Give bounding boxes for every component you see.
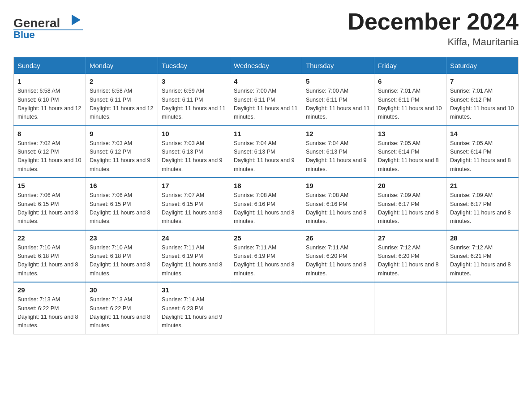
day-info: Sunrise: 7:11 AMSunset: 6:19 PMDaylight:…	[162, 244, 223, 277]
day-number: 25	[234, 234, 298, 242]
day-number: 10	[162, 130, 226, 137]
day-info: Sunrise: 7:06 AMSunset: 6:15 PMDaylight:…	[17, 192, 78, 224]
calendar-table: SundayMondayTuesdayWednesdayThursdayFrid…	[13, 57, 519, 334]
day-info: Sunrise: 7:09 AMSunset: 6:17 PMDaylight:…	[378, 192, 439, 224]
day-cell-18: 18 Sunrise: 7:08 AMSunset: 6:16 PMDaylig…	[230, 178, 302, 230]
day-number: 5	[306, 77, 370, 85]
day-number: 19	[306, 182, 370, 189]
day-number: 6	[378, 77, 442, 85]
day-info: Sunrise: 7:05 AMSunset: 6:14 PMDaylight:…	[450, 140, 511, 172]
day-number: 11	[234, 130, 298, 137]
location-label: Kiffa, Mauritania	[348, 36, 519, 48]
day-info: Sunrise: 7:03 AMSunset: 6:13 PMDaylight:…	[162, 140, 223, 172]
weekday-header-sunday: Sunday	[14, 57, 86, 74]
day-number: 23	[90, 234, 154, 242]
day-number: 24	[162, 234, 226, 242]
day-cell-2: 2 Sunrise: 6:58 AMSunset: 6:11 PMDayligh…	[86, 74, 158, 126]
day-number: 22	[17, 234, 82, 242]
day-cell-29: 29 Sunrise: 7:13 AMSunset: 6:22 PMDaylig…	[14, 282, 86, 334]
day-number: 14	[450, 130, 515, 137]
logo: General Blue	[13, 9, 85, 40]
day-cell-3: 3 Sunrise: 6:59 AMSunset: 6:11 PMDayligh…	[158, 74, 230, 126]
day-number: 29	[17, 286, 82, 294]
day-info: Sunrise: 6:58 AMSunset: 6:10 PMDaylight:…	[17, 88, 81, 120]
day-info: Sunrise: 7:03 AMSunset: 6:12 PMDaylight:…	[90, 140, 150, 172]
weekday-header-monday: Monday	[86, 57, 158, 74]
day-number: 2	[90, 77, 154, 85]
day-number: 18	[234, 182, 298, 189]
weekday-header-row: SundayMondayTuesdayWednesdayThursdayFrid…	[14, 57, 519, 74]
day-cell-14: 14 Sunrise: 7:05 AMSunset: 6:14 PMDaylig…	[446, 126, 519, 178]
day-cell-21: 21 Sunrise: 7:09 AMSunset: 6:17 PMDaylig…	[446, 178, 519, 230]
day-cell-11: 11 Sunrise: 7:04 AMSunset: 6:13 PMDaylig…	[230, 126, 302, 178]
day-number: 4	[234, 77, 298, 85]
empty-cell	[374, 282, 446, 334]
day-number: 17	[162, 182, 226, 189]
day-info: Sunrise: 7:08 AMSunset: 6:16 PMDaylight:…	[306, 192, 367, 224]
day-cell-7: 7 Sunrise: 7:01 AMSunset: 6:12 PMDayligh…	[446, 74, 519, 126]
weekday-header-wednesday: Wednesday	[230, 57, 302, 74]
day-number: 7	[450, 77, 515, 85]
day-cell-4: 4 Sunrise: 7:00 AMSunset: 6:11 PMDayligh…	[230, 74, 302, 126]
day-number: 30	[90, 286, 154, 294]
day-info: Sunrise: 7:13 AMSunset: 6:22 PMDaylight:…	[90, 296, 150, 329]
day-info: Sunrise: 7:01 AMSunset: 6:11 PMDaylight:…	[378, 88, 442, 120]
svg-marker-1	[72, 15, 81, 26]
weekday-header-friday: Friday	[374, 57, 446, 74]
day-number: 15	[17, 182, 82, 189]
day-number: 12	[306, 130, 370, 137]
empty-cell	[230, 282, 302, 334]
day-info: Sunrise: 7:08 AMSunset: 6:16 PMDaylight:…	[234, 192, 295, 224]
day-cell-15: 15 Sunrise: 7:06 AMSunset: 6:15 PMDaylig…	[14, 178, 86, 230]
month-title: December 2024	[348, 9, 519, 34]
day-info: Sunrise: 7:11 AMSunset: 6:19 PMDaylight:…	[234, 244, 295, 277]
week-row-1: 1 Sunrise: 6:58 AMSunset: 6:10 PMDayligh…	[14, 74, 519, 126]
day-cell-16: 16 Sunrise: 7:06 AMSunset: 6:15 PMDaylig…	[86, 178, 158, 230]
day-info: Sunrise: 7:10 AMSunset: 6:18 PMDaylight:…	[90, 244, 150, 277]
day-info: Sunrise: 7:04 AMSunset: 6:13 PMDaylight:…	[234, 140, 295, 172]
day-cell-17: 17 Sunrise: 7:07 AMSunset: 6:15 PMDaylig…	[158, 178, 230, 230]
day-info: Sunrise: 7:10 AMSunset: 6:18 PMDaylight:…	[17, 244, 78, 277]
day-cell-20: 20 Sunrise: 7:09 AMSunset: 6:17 PMDaylig…	[374, 178, 446, 230]
weekday-header-saturday: Saturday	[446, 57, 519, 74]
day-info: Sunrise: 7:06 AMSunset: 6:15 PMDaylight:…	[90, 192, 150, 224]
day-number: 31	[162, 286, 226, 294]
day-info: Sunrise: 6:58 AMSunset: 6:11 PMDaylight:…	[90, 88, 153, 120]
day-number: 3	[162, 77, 226, 85]
weekday-header-tuesday: Tuesday	[158, 57, 230, 74]
day-number: 26	[306, 234, 370, 242]
day-info: Sunrise: 7:12 AMSunset: 6:20 PMDaylight:…	[378, 244, 439, 277]
day-info: Sunrise: 7:11 AMSunset: 6:20 PMDaylight:…	[306, 244, 367, 277]
day-cell-9: 9 Sunrise: 7:03 AMSunset: 6:12 PMDayligh…	[86, 126, 158, 178]
page-header: General Blue December 2024 Kiffa, Maurit…	[13, 9, 519, 48]
day-cell-5: 5 Sunrise: 7:00 AMSunset: 6:11 PMDayligh…	[302, 74, 374, 126]
day-cell-13: 13 Sunrise: 7:05 AMSunset: 6:14 PMDaylig…	[374, 126, 446, 178]
logo-image: General Blue	[13, 9, 85, 40]
day-info: Sunrise: 7:14 AMSunset: 6:23 PMDaylight:…	[162, 296, 223, 329]
day-cell-31: 31 Sunrise: 7:14 AMSunset: 6:23 PMDaylig…	[158, 282, 230, 334]
empty-cell	[302, 282, 374, 334]
day-info: Sunrise: 7:02 AMSunset: 6:12 PMDaylight:…	[17, 140, 81, 172]
day-number: 8	[17, 130, 82, 137]
week-row-2: 8 Sunrise: 7:02 AMSunset: 6:12 PMDayligh…	[14, 126, 519, 178]
day-info: Sunrise: 7:13 AMSunset: 6:22 PMDaylight:…	[17, 296, 78, 329]
day-number: 21	[450, 182, 515, 189]
day-info: Sunrise: 7:01 AMSunset: 6:12 PMDaylight:…	[450, 88, 514, 120]
weekday-header-thursday: Thursday	[302, 57, 374, 74]
day-cell-19: 19 Sunrise: 7:08 AMSunset: 6:16 PMDaylig…	[302, 178, 374, 230]
day-info: Sunrise: 7:00 AMSunset: 6:11 PMDaylight:…	[234, 88, 297, 120]
day-number: 13	[378, 130, 442, 137]
day-cell-23: 23 Sunrise: 7:10 AMSunset: 6:18 PMDaylig…	[86, 230, 158, 283]
day-info: Sunrise: 7:09 AMSunset: 6:17 PMDaylight:…	[450, 192, 511, 224]
day-number: 1	[17, 77, 82, 85]
day-info: Sunrise: 6:59 AMSunset: 6:11 PMDaylight:…	[162, 88, 225, 120]
week-row-4: 22 Sunrise: 7:10 AMSunset: 6:18 PMDaylig…	[14, 230, 519, 283]
day-cell-8: 8 Sunrise: 7:02 AMSunset: 6:12 PMDayligh…	[14, 126, 86, 178]
week-row-5: 29 Sunrise: 7:13 AMSunset: 6:22 PMDaylig…	[14, 282, 519, 334]
title-section: December 2024 Kiffa, Mauritania	[348, 9, 519, 48]
day-info: Sunrise: 7:07 AMSunset: 6:15 PMDaylight:…	[162, 192, 223, 224]
day-cell-22: 22 Sunrise: 7:10 AMSunset: 6:18 PMDaylig…	[14, 230, 86, 283]
day-number: 28	[450, 234, 515, 242]
day-cell-12: 12 Sunrise: 7:04 AMSunset: 6:13 PMDaylig…	[302, 126, 374, 178]
empty-cell	[446, 282, 519, 334]
